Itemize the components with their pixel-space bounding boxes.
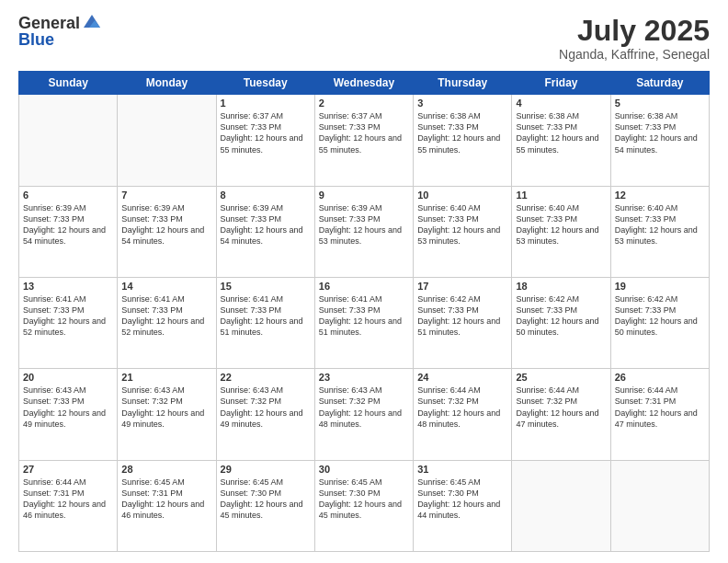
day-number: 6 [23, 190, 113, 201]
day-number: 5 [615, 98, 705, 109]
calendar-cell: 18Sunrise: 6:42 AM Sunset: 7:33 PM Dayli… [512, 277, 610, 368]
day-number: 1 [221, 98, 311, 109]
calendar-cell: 5Sunrise: 6:38 AM Sunset: 7:33 PM Daylig… [610, 95, 709, 186]
calendar-cell: 7Sunrise: 6:39 AM Sunset: 7:33 PM Daylig… [118, 186, 216, 277]
day-info: Sunrise: 6:45 AM Sunset: 7:30 PM Dayligh… [319, 477, 409, 522]
day-number: 7 [121, 190, 211, 201]
calendar-cell: 9Sunrise: 6:39 AM Sunset: 7:33 PM Daylig… [314, 186, 413, 277]
day-of-week-thursday: Thursday [414, 72, 512, 95]
day-info: Sunrise: 6:39 AM Sunset: 7:33 PM Dayligh… [221, 202, 311, 247]
calendar-cell: 27Sunrise: 6:44 AM Sunset: 7:31 PM Dayli… [19, 460, 118, 551]
calendar-cell: 6Sunrise: 6:39 AM Sunset: 7:33 PM Daylig… [19, 186, 118, 277]
day-number: 8 [221, 190, 311, 201]
page: General Blue July 2025 Nganda, Kaffrine,… [0, 0, 728, 563]
calendar-cell: 25Sunrise: 6:44 AM Sunset: 7:32 PM Dayli… [512, 369, 610, 460]
day-info: Sunrise: 6:39 AM Sunset: 7:33 PM Dayligh… [121, 202, 211, 247]
day-info: Sunrise: 6:44 AM Sunset: 7:32 PM Dayligh… [516, 385, 606, 430]
day-number: 14 [121, 281, 211, 292]
calendar-cell: 17Sunrise: 6:42 AM Sunset: 7:33 PM Dayli… [414, 277, 512, 368]
day-info: Sunrise: 6:40 AM Sunset: 7:33 PM Dayligh… [417, 202, 507, 247]
day-of-week-wednesday: Wednesday [314, 72, 413, 95]
day-info: Sunrise: 6:43 AM Sunset: 7:32 PM Dayligh… [121, 385, 211, 430]
day-info: Sunrise: 6:38 AM Sunset: 7:33 PM Dayligh… [516, 110, 606, 155]
day-info: Sunrise: 6:42 AM Sunset: 7:33 PM Dayligh… [417, 293, 507, 339]
day-number: 15 [221, 281, 311, 292]
day-of-week-sunday: Sunday [19, 72, 118, 95]
calendar-week-1: 1Sunrise: 6:37 AM Sunset: 7:33 PM Daylig… [19, 95, 710, 186]
day-info: Sunrise: 6:40 AM Sunset: 7:33 PM Dayligh… [516, 202, 606, 247]
calendar-cell: 24Sunrise: 6:44 AM Sunset: 7:32 PM Dayli… [414, 369, 512, 460]
day-info: Sunrise: 6:42 AM Sunset: 7:33 PM Dayligh… [516, 293, 606, 339]
day-info: Sunrise: 6:44 AM Sunset: 7:32 PM Dayligh… [417, 385, 507, 430]
day-number: 26 [615, 372, 705, 383]
calendar-cell: 1Sunrise: 6:37 AM Sunset: 7:33 PM Daylig… [216, 95, 314, 186]
calendar-table: SundayMondayTuesdayWednesdayThursdayFrid… [18, 71, 710, 552]
day-info: Sunrise: 6:41 AM Sunset: 7:33 PM Dayligh… [121, 293, 211, 339]
calendar-cell: 19Sunrise: 6:42 AM Sunset: 7:33 PM Dayli… [610, 277, 709, 368]
calendar-cell: 4Sunrise: 6:38 AM Sunset: 7:33 PM Daylig… [512, 95, 610, 186]
day-info: Sunrise: 6:38 AM Sunset: 7:33 PM Dayligh… [615, 110, 705, 155]
day-info: Sunrise: 6:43 AM Sunset: 7:32 PM Dayligh… [319, 385, 409, 430]
day-info: Sunrise: 6:42 AM Sunset: 7:33 PM Dayligh… [615, 293, 705, 339]
day-number: 12 [615, 190, 705, 201]
calendar-cell: 14Sunrise: 6:41 AM Sunset: 7:33 PM Dayli… [118, 277, 216, 368]
day-number: 13 [23, 281, 113, 292]
day-info: Sunrise: 6:43 AM Sunset: 7:32 PM Dayligh… [221, 385, 311, 430]
day-number: 27 [23, 464, 113, 475]
day-info: Sunrise: 6:37 AM Sunset: 7:33 PM Dayligh… [319, 110, 409, 155]
day-of-week-friday: Friday [512, 72, 610, 95]
day-info: Sunrise: 6:45 AM Sunset: 7:30 PM Dayligh… [221, 477, 311, 522]
day-info: Sunrise: 6:41 AM Sunset: 7:33 PM Dayligh… [23, 293, 113, 339]
day-of-week-saturday: Saturday [610, 72, 709, 95]
day-number: 31 [417, 464, 507, 475]
calendar-cell: 13Sunrise: 6:41 AM Sunset: 7:33 PM Dayli… [19, 277, 118, 368]
logo-blue: Blue [18, 31, 102, 48]
day-number: 20 [23, 372, 113, 383]
day-info: Sunrise: 6:44 AM Sunset: 7:31 PM Dayligh… [615, 385, 705, 430]
location: Nganda, Kaffrine, Senegal [559, 47, 710, 62]
calendar-cell: 2Sunrise: 6:37 AM Sunset: 7:33 PM Daylig… [314, 95, 413, 186]
day-info: Sunrise: 6:40 AM Sunset: 7:33 PM Dayligh… [615, 202, 705, 247]
day-of-week-monday: Monday [118, 72, 216, 95]
calendar-cell: 8Sunrise: 6:39 AM Sunset: 7:33 PM Daylig… [216, 186, 314, 277]
day-number: 10 [417, 190, 507, 201]
calendar-cell: 3Sunrise: 6:38 AM Sunset: 7:33 PM Daylig… [414, 95, 512, 186]
month-year: July 2025 [559, 15, 710, 47]
calendar-cell [512, 460, 610, 551]
day-number: 24 [417, 372, 507, 383]
logo: General Blue [18, 15, 102, 48]
day-of-week-tuesday: Tuesday [216, 72, 314, 95]
calendar-cell: 31Sunrise: 6:45 AM Sunset: 7:30 PM Dayli… [414, 460, 512, 551]
calendar-cell: 23Sunrise: 6:43 AM Sunset: 7:32 PM Dayli… [314, 369, 413, 460]
day-number: 21 [121, 372, 211, 383]
calendar-cell: 16Sunrise: 6:41 AM Sunset: 7:33 PM Dayli… [314, 277, 413, 368]
day-number: 18 [516, 281, 606, 292]
day-number: 3 [417, 98, 507, 109]
day-info: Sunrise: 6:45 AM Sunset: 7:31 PM Dayligh… [121, 477, 211, 522]
header: General Blue July 2025 Nganda, Kaffrine,… [18, 15, 710, 62]
day-number: 28 [121, 464, 211, 475]
calendar-header-row: SundayMondayTuesdayWednesdayThursdayFrid… [19, 72, 710, 95]
day-info: Sunrise: 6:37 AM Sunset: 7:33 PM Dayligh… [221, 110, 311, 155]
logo-icon [82, 11, 102, 31]
day-info: Sunrise: 6:38 AM Sunset: 7:33 PM Dayligh… [417, 110, 507, 155]
day-number: 11 [516, 190, 606, 201]
calendar-cell: 12Sunrise: 6:40 AM Sunset: 7:33 PM Dayli… [610, 186, 709, 277]
logo-general: General [18, 15, 80, 31]
calendar-week-3: 13Sunrise: 6:41 AM Sunset: 7:33 PM Dayli… [19, 277, 710, 368]
calendar-cell: 20Sunrise: 6:43 AM Sunset: 7:33 PM Dayli… [19, 369, 118, 460]
calendar-cell: 22Sunrise: 6:43 AM Sunset: 7:32 PM Dayli… [216, 369, 314, 460]
title-block: July 2025 Nganda, Kaffrine, Senegal [559, 15, 710, 62]
day-number: 25 [516, 372, 606, 383]
calendar-cell: 26Sunrise: 6:44 AM Sunset: 7:31 PM Dayli… [610, 369, 709, 460]
day-info: Sunrise: 6:43 AM Sunset: 7:33 PM Dayligh… [23, 385, 113, 430]
day-number: 23 [319, 372, 409, 383]
day-info: Sunrise: 6:39 AM Sunset: 7:33 PM Dayligh… [319, 202, 409, 247]
calendar-cell [19, 95, 118, 186]
day-info: Sunrise: 6:44 AM Sunset: 7:31 PM Dayligh… [23, 477, 113, 522]
day-info: Sunrise: 6:41 AM Sunset: 7:33 PM Dayligh… [319, 293, 409, 339]
calendar-cell: 28Sunrise: 6:45 AM Sunset: 7:31 PM Dayli… [118, 460, 216, 551]
day-number: 29 [221, 464, 311, 475]
day-number: 9 [319, 190, 409, 201]
day-info: Sunrise: 6:45 AM Sunset: 7:30 PM Dayligh… [417, 477, 507, 522]
